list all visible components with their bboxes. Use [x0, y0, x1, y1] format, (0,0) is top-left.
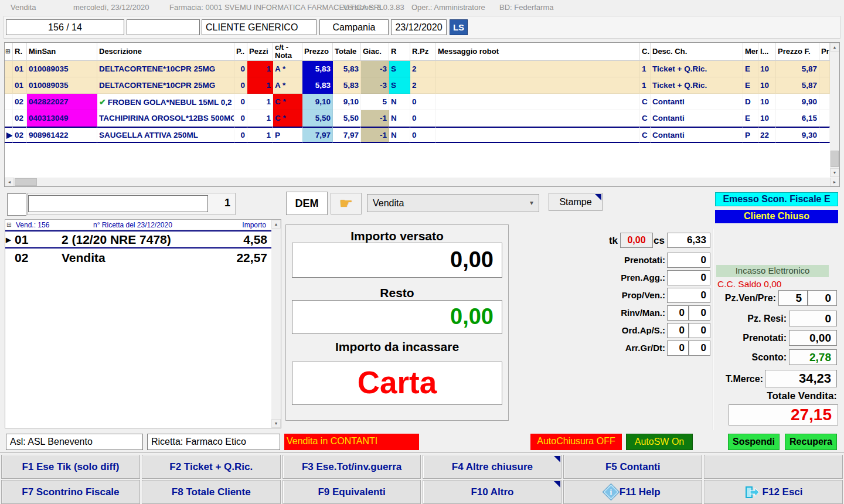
- regione-field[interactable]: Campania: [319, 19, 389, 35]
- pz-resi-field[interactable]: 0: [789, 311, 837, 326]
- rinv-man-field-2[interactable]: 0: [689, 305, 710, 321]
- incasso-elettronico-banner: Incasso Elettronico: [716, 265, 829, 277]
- title-operatore: Oper.: Amministratore: [411, 3, 485, 12]
- col-minsan[interactable]: MinSan: [27, 43, 97, 61]
- col-prezzo[interactable]: Prezzo: [302, 43, 333, 61]
- hand-pointer-icon: ☛: [339, 195, 353, 212]
- rinv-man-field-1[interactable]: 0: [667, 305, 689, 321]
- ord-ap-field-1[interactable]: 0: [667, 323, 689, 338]
- importo-versato-field[interactable]: 0,00: [292, 243, 502, 278]
- vendita-window: Vendita mercoledì, 23/12/2020 Farmacia: …: [0, 0, 844, 504]
- col-totale[interactable]: Totale: [333, 43, 361, 61]
- hand-pointer-button[interactable]: ☛: [331, 193, 362, 214]
- col-rflag[interactable]: R: [389, 43, 410, 61]
- f9-button[interactable]: F9 Equivalenti: [283, 480, 421, 504]
- sale-counter-field[interactable]: 156 / 14: [6, 19, 124, 35]
- sospendi-button[interactable]: Sospendi: [728, 434, 780, 450]
- fkey-row-1: F1 Ese Tik (solo diff) F2 Ticket + Q.Ric…: [1, 455, 843, 479]
- grid-horizontal-scrollbar[interactable]: ◄ ►: [5, 178, 839, 186]
- autosw-toggle[interactable]: AutoSW On: [626, 434, 693, 450]
- scroll-down-icon[interactable]: ▼: [830, 168, 839, 177]
- ls-button[interactable]: LS: [450, 19, 468, 35]
- scroll-left-icon[interactable]: ◄: [5, 178, 14, 186]
- quantity-value[interactable]: 1: [224, 197, 230, 209]
- scroll-up-icon[interactable]: ▲: [271, 220, 281, 229]
- f2-button[interactable]: F2 Ticket + Q.Ric.: [142, 455, 281, 479]
- col-mer[interactable]: Mer.: [743, 43, 758, 61]
- mode-dropdown-value: Vendita: [373, 198, 404, 208]
- prenotati-field[interactable]: 0: [667, 253, 710, 268]
- expand-icon[interactable]: ⊞: [6, 222, 11, 228]
- corner-triangle-icon: [554, 456, 560, 462]
- code-field[interactable]: [127, 19, 200, 35]
- selected-row-marker-icon[interactable]: ▶: [5, 127, 13, 143]
- list-item[interactable]: 02 Vendita 22,57: [5, 250, 272, 268]
- prenotati-right-field[interactable]: 0,00: [789, 330, 837, 346]
- arr-gr-field-2[interactable]: 0: [689, 340, 710, 356]
- tk-label: tk: [594, 235, 618, 247]
- arr-gr-label: Arr.Gr/Dt:: [577, 343, 665, 353]
- col-prezzo-f[interactable]: Prezzo F.: [776, 43, 819, 61]
- col-giac[interactable]: Giac.: [361, 43, 389, 61]
- autochiusura-toggle[interactable]: AutoChiusura OFF: [530, 434, 622, 450]
- arr-gr-field-1[interactable]: 0: [667, 340, 689, 356]
- cliente-field[interactable]: CLIENTE GENERICO: [202, 19, 316, 35]
- f12-button[interactable]: F12 Esci: [704, 480, 843, 504]
- article-code-input[interactable]: [28, 195, 208, 212]
- f7-button[interactable]: F7 Scontrino Fiscale: [1, 480, 140, 504]
- grid-vertical-scrollbar[interactable]: ▲ ▼: [830, 43, 839, 177]
- col-descrizione[interactable]: Descrizione: [97, 43, 234, 61]
- col-messaggio[interactable]: Messaggio robot: [436, 43, 640, 61]
- col-c[interactable]: C.: [640, 43, 651, 61]
- f11-button[interactable]: i F11 Help: [563, 480, 702, 504]
- pz-pre-field[interactable]: 0: [808, 290, 837, 306]
- cs-field[interactable]: 6,33: [667, 233, 710, 248]
- data-field[interactable]: 23/12/2020: [391, 19, 447, 35]
- mode-dropdown[interactable]: Vendita ▾: [367, 194, 539, 212]
- pz-ven-field[interactable]: 5: [778, 290, 808, 306]
- scroll-right-icon[interactable]: ►: [830, 178, 839, 186]
- ord-ap-field-2[interactable]: 0: [689, 323, 710, 338]
- pren-agg-field[interactable]: 0: [667, 270, 710, 285]
- ricetta-field[interactable]: Ricetta: Farmaco Etico: [147, 434, 280, 450]
- f10-button[interactable]: F10 Altro: [423, 480, 561, 504]
- info-icon: i: [603, 484, 619, 500]
- col-i[interactable]: I...: [758, 43, 776, 61]
- col-rpz[interactable]: R.Pz: [410, 43, 436, 61]
- totale-vendita-field: 27,15: [729, 404, 838, 425]
- flag-box[interactable]: [7, 193, 26, 216]
- f8-button[interactable]: F8 Totale Cliente: [142, 480, 281, 504]
- stampe-button[interactable]: Stampe: [549, 193, 603, 211]
- col-pr[interactable]: Pr: [819, 43, 830, 61]
- ord-ap-label: Ord.Ap/S.:: [577, 325, 665, 335]
- f4-button[interactable]: F4 Altre chiusure: [423, 455, 561, 479]
- col-desc-ch[interactable]: Desc. Ch.: [651, 43, 743, 61]
- ricette-vertical-scrollbar[interactable]: ▲ ▼: [271, 220, 281, 428]
- pren-agg-label: Pren.Agg.:: [577, 273, 665, 282]
- dem-button[interactable]: DEM: [286, 192, 328, 215]
- grid-vscroll-thumb[interactable]: [831, 151, 839, 167]
- scroll-up-icon[interactable]: ▲: [830, 43, 839, 52]
- f3-button[interactable]: F3 Ese.Tot/inv.guerra: [283, 455, 421, 479]
- asl-field[interactable]: Asl: ASL Benevento: [6, 434, 143, 450]
- recupera-button[interactable]: Recupera: [785, 434, 837, 450]
- list-item-selected[interactable]: ▶ 01 2 (12/20 NRE 7478) 4,58: [5, 230, 272, 248]
- f1-button[interactable]: F1 Ese Tik (solo diff): [1, 455, 140, 479]
- col-ct-nota[interactable]: c/t - Nota: [273, 43, 302, 61]
- bottom-divider: [0, 452, 844, 453]
- t-merce-field[interactable]: 34,23: [765, 370, 837, 387]
- scroll-down-icon[interactable]: ▼: [271, 419, 281, 428]
- f6-button-empty[interactable]: [704, 455, 843, 479]
- prop-ven-field[interactable]: 0: [667, 288, 710, 303]
- col-pezzi[interactable]: Pezzi: [247, 43, 273, 61]
- pz-ven-pre-label: Pz.Ven/Pre:: [715, 293, 776, 304]
- col-r[interactable]: R.: [13, 43, 27, 61]
- col-p[interactable]: P..: [234, 43, 247, 61]
- emesso-scontrino-banner: Emesso Scon. Fiscale E: [715, 192, 838, 206]
- title-date: mercoledì, 23/12/2020: [73, 3, 149, 12]
- sconto-field[interactable]: 2,78: [789, 349, 837, 365]
- grid-hscroll-thumb[interactable]: [15, 178, 37, 186]
- f5-button[interactable]: F5 Contanti: [563, 455, 702, 479]
- ricette-header: ⊞ Vend.: 156 n° Ricetta del 23/12/2020 I…: [5, 220, 272, 230]
- expand-all-icon[interactable]: ⊞: [5, 43, 13, 61]
